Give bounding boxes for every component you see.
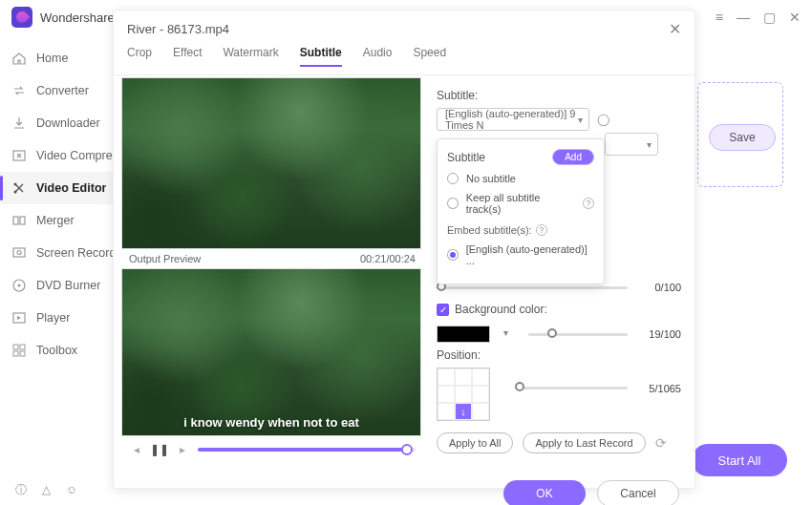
home-icon	[11, 51, 27, 66]
player-icon	[11, 310, 27, 326]
help-icon[interactable]: ⓘ	[15, 482, 27, 498]
search-subtitle-icon[interactable]: ◯	[597, 113, 609, 126]
position-label: Position:	[437, 348, 681, 362]
tab-speed[interactable]: Speed	[413, 46, 446, 67]
add-subtitle-button[interactable]: Add	[552, 149, 594, 165]
subtitle-popover: Subtitle Add No subtitle Keep all subtit…	[437, 138, 605, 284]
close-window-icon[interactable]: ✕	[789, 10, 801, 25]
hamburger-icon[interactable]: ≡	[716, 10, 723, 25]
feedback-icon[interactable]: ☺	[66, 483, 77, 496]
sidebar: Home Converter Downloader Video Compre V…	[0, 34, 124, 474]
position-grid[interactable]: ↓	[437, 368, 490, 421]
pause-icon[interactable]: ❚❚	[152, 442, 167, 457]
player-controls: ◂ ❚❚ ▸	[121, 436, 423, 463]
popover-heading: Subtitle	[447, 151, 485, 164]
bg-color-label: Background color:	[455, 303, 547, 316]
embed-option-label: [English (auto-generated)] ...	[466, 243, 594, 266]
start-all-button[interactable]: Start All	[692, 444, 787, 476]
position-slider[interactable]	[515, 387, 628, 389]
settings-column: Subtitle: [English (auto-generated)] 9 T…	[423, 75, 694, 473]
subtitle-rendered-text: i know wendy when not to eat	[122, 415, 420, 430]
sidebar-item-home[interactable]: Home	[0, 42, 124, 74]
sidebar-item-compressor[interactable]: Video Compre	[0, 139, 124, 172]
sidebar-item-converter[interactable]: Converter	[0, 74, 124, 107]
keep-all-label: Keep all subtitle track(s)	[466, 192, 576, 215]
sidebar-item-label: Video Compre	[36, 149, 113, 162]
downloader-icon	[11, 116, 27, 131]
tab-crop[interactable]: Crop	[127, 46, 152, 67]
embed-label: Embed subtitle(s):	[447, 224, 532, 236]
preview-column: Output Preview 00:21/00:24 i know wendy …	[114, 75, 423, 473]
sidebar-item-label: Downloader	[36, 116, 100, 130]
sidebar-item-label: Home	[36, 52, 68, 65]
notification-icon[interactable]: △	[42, 483, 51, 496]
prev-frame-icon[interactable]: ◂	[129, 442, 144, 457]
radio-embed-english[interactable]: [English (auto-generated)] ...	[447, 243, 594, 266]
bg-color-checkbox[interactable]: ✓	[437, 304, 449, 316]
svg-rect-3	[13, 217, 18, 224]
compress-icon	[11, 148, 27, 163]
sidebar-item-label: Player	[36, 311, 70, 325]
sidebar-item-dvd-burner[interactable]: DVD Burner	[0, 269, 124, 302]
bg-color-swatch[interactable]	[437, 326, 490, 343]
radio-no-subtitle[interactable]: No subtitle	[447, 173, 594, 184]
tab-bar: Crop Effect Watermark Subtitle Audio Spe…	[114, 38, 694, 75]
next-frame-icon[interactable]: ▸	[175, 442, 190, 457]
svg-point-2	[14, 191, 17, 194]
svg-rect-4	[20, 217, 25, 224]
sidebar-item-toolbox[interactable]: Toolbox	[0, 334, 124, 367]
dvd-icon	[11, 278, 27, 293]
tab-watermark[interactable]: Watermark	[223, 46, 278, 67]
sidebar-item-screen-recorder[interactable]: Screen Recorde	[0, 237, 124, 269]
editor-modal: River - 86173.mp4 ✕ Crop Effect Watermar…	[113, 10, 695, 489]
cancel-button[interactable]: Cancel	[597, 480, 679, 505]
app-title: Wondershare	[40, 11, 115, 25]
transparency-slider[interactable]	[437, 286, 628, 289]
tab-audio[interactable]: Audio	[363, 46, 393, 67]
toolbox-icon	[11, 343, 27, 358]
ok-button[interactable]: OK	[503, 480, 586, 505]
font-select-partial[interactable]	[605, 133, 658, 156]
recorder-icon	[11, 245, 27, 261]
subtitle-select[interactable]: [English (auto-generated)] 9 Times N	[437, 108, 589, 131]
help-icon[interactable]: ?	[536, 224, 547, 236]
apply-to-last-button[interactable]: Apply to Last Record	[523, 432, 645, 453]
radio-icon	[447, 249, 459, 261]
minimize-icon[interactable]: —	[737, 10, 750, 25]
svg-rect-10	[13, 345, 18, 349]
help-icon[interactable]: ?	[583, 198, 594, 209]
sidebar-item-player[interactable]: Player	[0, 302, 124, 334]
tab-subtitle[interactable]: Subtitle	[300, 46, 342, 67]
radio-icon	[447, 173, 459, 184]
no-subtitle-label: No subtitle	[466, 173, 516, 184]
save-button[interactable]: Save	[709, 124, 776, 151]
apply-to-all-button[interactable]: Apply to All	[437, 432, 513, 453]
subtitle-select-value: [English (auto-generated)] 9 Times N	[445, 108, 581, 131]
maximize-icon[interactable]: ▢	[763, 10, 776, 25]
position-value: 5/1065	[635, 383, 681, 394]
output-preview-label: Output Preview	[129, 253, 201, 264]
bg-opacity-value: 19/100	[635, 328, 681, 340]
tab-effect[interactable]: Effect	[173, 46, 202, 67]
svg-point-8	[18, 284, 21, 287]
bottom-bar: ⓘ △ ☺	[0, 474, 124, 505]
progress-bar[interactable]	[198, 448, 416, 452]
sidebar-item-merger[interactable]: Merger	[0, 204, 124, 237]
radio-icon	[447, 198, 459, 209]
editor-icon	[11, 180, 27, 196]
sidebar-item-label: Toolbox	[36, 344, 77, 357]
sidebar-item-label: Converter	[36, 84, 89, 97]
merger-icon	[11, 213, 27, 228]
radio-keep-all[interactable]: Keep all subtitle track(s) ?	[447, 192, 594, 215]
subtitle-label: Subtitle:	[437, 89, 681, 102]
sidebar-item-video-editor[interactable]: Video Editor	[0, 172, 124, 204]
output-preview: i know wendy when not to eat	[121, 268, 421, 436]
svg-rect-13	[20, 351, 25, 356]
bg-opacity-slider[interactable]	[528, 333, 628, 336]
sidebar-item-downloader[interactable]: Downloader	[0, 107, 124, 139]
sidebar-item-label: Video Editor	[36, 181, 106, 195]
refresh-icon[interactable]: ⟳	[655, 435, 667, 451]
close-icon[interactable]: ✕	[669, 20, 681, 38]
modal-title: River - 86173.mp4	[127, 22, 229, 36]
arrow-down-icon: ↓	[455, 403, 472, 420]
